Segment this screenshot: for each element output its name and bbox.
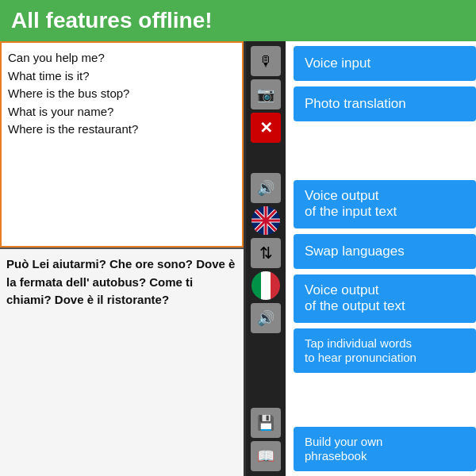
speaker-input-icon: 🔊 <box>257 179 274 197</box>
voice-output-input-label: Voice output of the input text <box>305 188 397 221</box>
mic-icon: 🎙 <box>259 53 273 70</box>
header-title: All features offline! <box>11 8 213 33</box>
center-toolbar: 🎙 📷 ✕ 🔊 <box>246 41 286 476</box>
speaker-output-icon: 🔊 <box>257 309 274 327</box>
voice-output-input-feature[interactable]: Voice output of the input text <box>294 180 476 228</box>
tap-words-label: Tap individual words to hear pronunciati… <box>305 336 416 365</box>
language-output-flag[interactable] <box>251 271 280 300</box>
mic-button[interactable]: 🎙 <box>251 46 281 76</box>
speaker-output-button[interactable]: 🔊 <box>251 303 281 333</box>
output-text-area: Può Lei aiutarmi? Che ore sono? Dove è l… <box>0 248 244 476</box>
phrasebook-button[interactable]: 📖 <box>251 441 281 471</box>
input-text-area[interactable]: Can you help me?What time is it?Where is… <box>0 41 244 248</box>
language-input-flag[interactable] <box>251 206 280 235</box>
swap-languages-label: Swap languages <box>305 244 405 259</box>
save-icon: 💾 <box>257 414 274 432</box>
photo-translation-label: Photo translation <box>305 96 406 112</box>
voice-input-label: Voice input <box>305 56 370 71</box>
gap2 <box>294 378 476 421</box>
voice-output-output-label: Voice output of the output text <box>305 282 405 315</box>
swap-button[interactable]: ⇅ <box>251 238 281 268</box>
output-text-content: Può Lei aiutarmi? Che ore sono? Dove è l… <box>6 257 235 306</box>
close-icon: ✕ <box>259 118 273 137</box>
photo-translation-feature[interactable]: Photo translation <box>294 86 476 121</box>
left-panel: Can you help me?What time is it?Where is… <box>0 41 246 476</box>
build-phrasebook-label: Build your own phrasebook <box>305 435 382 463</box>
voice-input-feature[interactable]: Voice input <box>294 46 476 81</box>
save-button[interactable]: 💾 <box>251 408 281 438</box>
speaker-input-button[interactable]: 🔊 <box>251 173 281 203</box>
camera-icon: 📷 <box>257 86 274 103</box>
right-panel: Voice input Photo translation Voice outp… <box>286 41 476 476</box>
close-button[interactable]: ✕ <box>251 113 281 143</box>
gap1 <box>294 127 476 175</box>
swap-icon: ⇅ <box>259 244 273 263</box>
input-text-content: Can you help me?What time is it?Where is… <box>8 51 138 136</box>
camera-button[interactable]: 📷 <box>251 79 281 109</box>
app-header: All features offline! <box>0 0 476 41</box>
build-phrasebook-feature[interactable]: Build your own phrasebook <box>294 427 476 471</box>
voice-output-output-feature[interactable]: Voice output of the output text <box>294 274 476 323</box>
tap-words-feature[interactable]: Tap individual words to hear pronunciati… <box>294 328 476 373</box>
book-icon: 📖 <box>257 447 274 465</box>
swap-languages-feature[interactable]: Swap languages <box>294 234 476 269</box>
